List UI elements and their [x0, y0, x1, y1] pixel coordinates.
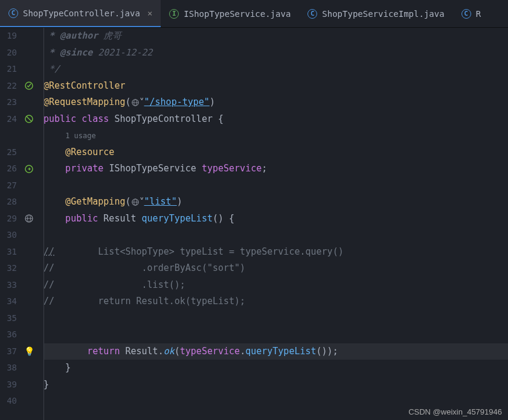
globe-icon[interactable]: ˅	[131, 94, 144, 111]
web-icon[interactable]	[24, 211, 34, 228]
editor-tabs: C ShopTypeController.java × I IShopTypeS…	[0, 0, 508, 28]
tab-shoptypeserviceimpl[interactable]: C ShopTypeServiceImpl.java	[299, 0, 452, 27]
svg-line-2	[27, 116, 31, 121]
bean-icon[interactable]	[24, 78, 34, 95]
watermark-text: CSDN @weixin_45791946	[408, 407, 502, 416]
tab-label: IShopTypeService.java	[184, 9, 291, 19]
nav-icon[interactable]	[24, 161, 34, 177]
tab-partial[interactable]: C R	[453, 0, 489, 27]
tab-label: ShopTypeServiceImpl.java	[322, 9, 444, 19]
usage-hint[interactable]: 1 usage	[65, 132, 96, 140]
class-icon: C	[461, 9, 471, 19]
tab-ishoptypeservice[interactable]: I IShopTypeService.java	[161, 0, 299, 27]
tab-label: R	[476, 9, 481, 19]
interface-icon: I	[169, 9, 179, 19]
class-icon: C	[307, 9, 317, 19]
tab-label: ShopTypeController.java	[23, 8, 140, 18]
gutter-icon-column: 💡	[21, 28, 37, 420]
bean-icon[interactable]	[24, 111, 34, 128]
close-icon[interactable]: ×	[147, 8, 152, 18]
intention-bulb-icon[interactable]: 💡	[24, 343, 34, 360]
line-number-gutter: 19 20 21 22 23 24 25 26 27 28 29 30 31 3…	[0, 28, 21, 420]
code-editor[interactable]: 19 20 21 22 23 24 25 26 27 28 29 30 31 3…	[0, 28, 508, 420]
code-content[interactable]: * @author 虎哥 * @since 2021-12-22 */ @Res…	[37, 28, 508, 420]
globe-icon[interactable]: ˅	[131, 194, 144, 211]
class-icon: C	[8, 8, 18, 18]
tab-shoptypecontroller[interactable]: C ShopTypeController.java ×	[0, 0, 161, 27]
